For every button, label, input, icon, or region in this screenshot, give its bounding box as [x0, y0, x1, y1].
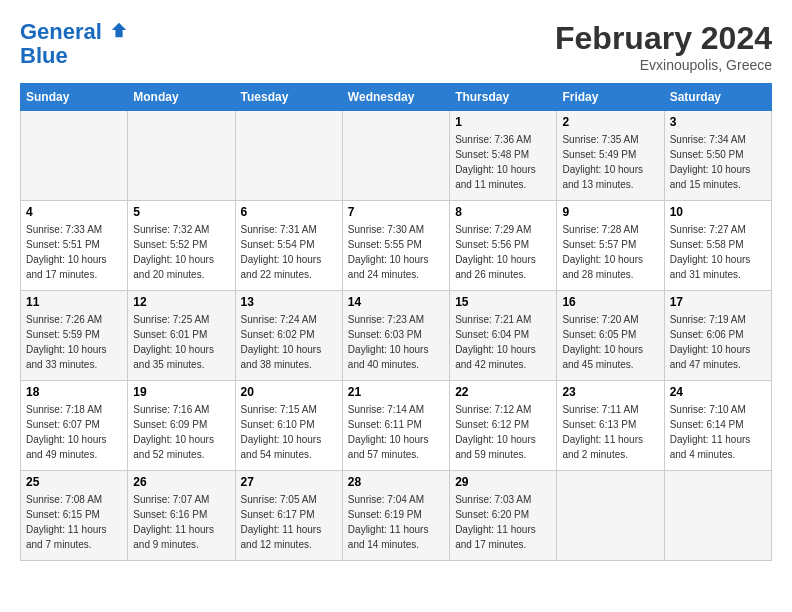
logo: General Blue	[20, 20, 128, 68]
calendar-cell: 29Sunrise: 7:03 AM Sunset: 6:20 PM Dayli…	[450, 471, 557, 561]
day-number: 8	[455, 205, 551, 219]
calendar-cell: 25Sunrise: 7:08 AM Sunset: 6:15 PM Dayli…	[21, 471, 128, 561]
logo-blue: Blue	[20, 43, 68, 68]
month-title: February 2024	[555, 20, 772, 57]
calendar-cell	[342, 111, 449, 201]
calendar-cell: 5Sunrise: 7:32 AM Sunset: 5:52 PM Daylig…	[128, 201, 235, 291]
day-number: 11	[26, 295, 122, 309]
day-number: 19	[133, 385, 229, 399]
day-number: 2	[562, 115, 658, 129]
day-info: Sunrise: 7:29 AM Sunset: 5:56 PM Dayligh…	[455, 222, 551, 282]
calendar-cell: 1Sunrise: 7:36 AM Sunset: 5:48 PM Daylig…	[450, 111, 557, 201]
calendar-cell: 23Sunrise: 7:11 AM Sunset: 6:13 PM Dayli…	[557, 381, 664, 471]
calendar-week-4: 18Sunrise: 7:18 AM Sunset: 6:07 PM Dayli…	[21, 381, 772, 471]
day-info: Sunrise: 7:18 AM Sunset: 6:07 PM Dayligh…	[26, 402, 122, 462]
calendar-table: SundayMondayTuesdayWednesdayThursdayFrid…	[20, 83, 772, 561]
calendar-cell: 18Sunrise: 7:18 AM Sunset: 6:07 PM Dayli…	[21, 381, 128, 471]
day-info: Sunrise: 7:27 AM Sunset: 5:58 PM Dayligh…	[670, 222, 766, 282]
day-info: Sunrise: 7:23 AM Sunset: 6:03 PM Dayligh…	[348, 312, 444, 372]
day-info: Sunrise: 7:14 AM Sunset: 6:11 PM Dayligh…	[348, 402, 444, 462]
calendar-cell: 8Sunrise: 7:29 AM Sunset: 5:56 PM Daylig…	[450, 201, 557, 291]
day-number: 22	[455, 385, 551, 399]
calendar-cell: 19Sunrise: 7:16 AM Sunset: 6:09 PM Dayli…	[128, 381, 235, 471]
day-number: 4	[26, 205, 122, 219]
weekday-header-tuesday: Tuesday	[235, 84, 342, 111]
calendar-cell	[664, 471, 771, 561]
weekday-header-saturday: Saturday	[664, 84, 771, 111]
calendar-cell	[128, 111, 235, 201]
svg-marker-0	[112, 23, 126, 37]
day-info: Sunrise: 7:16 AM Sunset: 6:09 PM Dayligh…	[133, 402, 229, 462]
day-info: Sunrise: 7:20 AM Sunset: 6:05 PM Dayligh…	[562, 312, 658, 372]
day-number: 28	[348, 475, 444, 489]
calendar-week-1: 1Sunrise: 7:36 AM Sunset: 5:48 PM Daylig…	[21, 111, 772, 201]
day-number: 16	[562, 295, 658, 309]
day-number: 14	[348, 295, 444, 309]
calendar-cell	[557, 471, 664, 561]
day-number: 5	[133, 205, 229, 219]
calendar-cell: 20Sunrise: 7:15 AM Sunset: 6:10 PM Dayli…	[235, 381, 342, 471]
day-info: Sunrise: 7:30 AM Sunset: 5:55 PM Dayligh…	[348, 222, 444, 282]
weekday-header-thursday: Thursday	[450, 84, 557, 111]
calendar-cell: 11Sunrise: 7:26 AM Sunset: 5:59 PM Dayli…	[21, 291, 128, 381]
location: Evxinoupolis, Greece	[555, 57, 772, 73]
calendar-cell: 21Sunrise: 7:14 AM Sunset: 6:11 PM Dayli…	[342, 381, 449, 471]
calendar-cell: 27Sunrise: 7:05 AM Sunset: 6:17 PM Dayli…	[235, 471, 342, 561]
day-info: Sunrise: 7:12 AM Sunset: 6:12 PM Dayligh…	[455, 402, 551, 462]
day-info: Sunrise: 7:07 AM Sunset: 6:16 PM Dayligh…	[133, 492, 229, 552]
day-number: 15	[455, 295, 551, 309]
day-info: Sunrise: 7:03 AM Sunset: 6:20 PM Dayligh…	[455, 492, 551, 552]
calendar-header-row: SundayMondayTuesdayWednesdayThursdayFrid…	[21, 84, 772, 111]
day-number: 21	[348, 385, 444, 399]
day-number: 17	[670, 295, 766, 309]
calendar-cell: 15Sunrise: 7:21 AM Sunset: 6:04 PM Dayli…	[450, 291, 557, 381]
day-number: 20	[241, 385, 337, 399]
logo-text: General Blue	[20, 20, 128, 68]
calendar-cell: 9Sunrise: 7:28 AM Sunset: 5:57 PM Daylig…	[557, 201, 664, 291]
calendar-cell: 6Sunrise: 7:31 AM Sunset: 5:54 PM Daylig…	[235, 201, 342, 291]
day-number: 23	[562, 385, 658, 399]
day-number: 12	[133, 295, 229, 309]
calendar-cell: 24Sunrise: 7:10 AM Sunset: 6:14 PM Dayli…	[664, 381, 771, 471]
day-number: 27	[241, 475, 337, 489]
day-number: 6	[241, 205, 337, 219]
logo-icon	[110, 21, 128, 39]
day-info: Sunrise: 7:31 AM Sunset: 5:54 PM Dayligh…	[241, 222, 337, 282]
day-number: 1	[455, 115, 551, 129]
calendar-cell: 7Sunrise: 7:30 AM Sunset: 5:55 PM Daylig…	[342, 201, 449, 291]
day-info: Sunrise: 7:19 AM Sunset: 6:06 PM Dayligh…	[670, 312, 766, 372]
day-info: Sunrise: 7:32 AM Sunset: 5:52 PM Dayligh…	[133, 222, 229, 282]
calendar-cell: 13Sunrise: 7:24 AM Sunset: 6:02 PM Dayli…	[235, 291, 342, 381]
day-info: Sunrise: 7:28 AM Sunset: 5:57 PM Dayligh…	[562, 222, 658, 282]
weekday-header-sunday: Sunday	[21, 84, 128, 111]
calendar-cell	[235, 111, 342, 201]
title-block: February 2024 Evxinoupolis, Greece	[555, 20, 772, 73]
weekday-header-friday: Friday	[557, 84, 664, 111]
day-number: 10	[670, 205, 766, 219]
day-info: Sunrise: 7:10 AM Sunset: 6:14 PM Dayligh…	[670, 402, 766, 462]
day-info: Sunrise: 7:34 AM Sunset: 5:50 PM Dayligh…	[670, 132, 766, 192]
calendar-cell: 4Sunrise: 7:33 AM Sunset: 5:51 PM Daylig…	[21, 201, 128, 291]
calendar-cell: 10Sunrise: 7:27 AM Sunset: 5:58 PM Dayli…	[664, 201, 771, 291]
day-number: 29	[455, 475, 551, 489]
day-number: 24	[670, 385, 766, 399]
day-info: Sunrise: 7:15 AM Sunset: 6:10 PM Dayligh…	[241, 402, 337, 462]
day-info: Sunrise: 7:08 AM Sunset: 6:15 PM Dayligh…	[26, 492, 122, 552]
day-info: Sunrise: 7:21 AM Sunset: 6:04 PM Dayligh…	[455, 312, 551, 372]
day-info: Sunrise: 7:33 AM Sunset: 5:51 PM Dayligh…	[26, 222, 122, 282]
calendar-cell: 16Sunrise: 7:20 AM Sunset: 6:05 PM Dayli…	[557, 291, 664, 381]
day-number: 7	[348, 205, 444, 219]
day-number: 9	[562, 205, 658, 219]
calendar-body: 1Sunrise: 7:36 AM Sunset: 5:48 PM Daylig…	[21, 111, 772, 561]
day-number: 25	[26, 475, 122, 489]
day-info: Sunrise: 7:35 AM Sunset: 5:49 PM Dayligh…	[562, 132, 658, 192]
day-info: Sunrise: 7:26 AM Sunset: 5:59 PM Dayligh…	[26, 312, 122, 372]
calendar-week-3: 11Sunrise: 7:26 AM Sunset: 5:59 PM Dayli…	[21, 291, 772, 381]
calendar-cell: 12Sunrise: 7:25 AM Sunset: 6:01 PM Dayli…	[128, 291, 235, 381]
logo-general: General	[20, 19, 102, 44]
calendar-cell: 3Sunrise: 7:34 AM Sunset: 5:50 PM Daylig…	[664, 111, 771, 201]
day-number: 3	[670, 115, 766, 129]
calendar-week-2: 4Sunrise: 7:33 AM Sunset: 5:51 PM Daylig…	[21, 201, 772, 291]
day-info: Sunrise: 7:05 AM Sunset: 6:17 PM Dayligh…	[241, 492, 337, 552]
day-info: Sunrise: 7:11 AM Sunset: 6:13 PM Dayligh…	[562, 402, 658, 462]
